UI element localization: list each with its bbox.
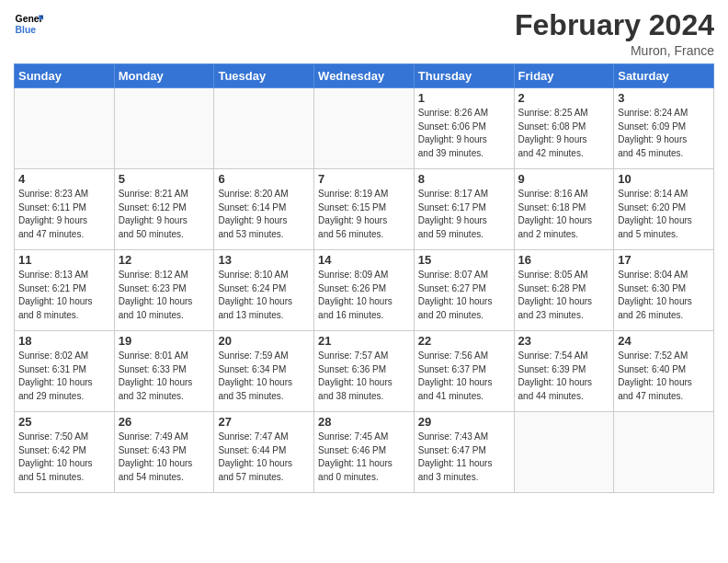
day-info: Sunrise: 8:17 AM Sunset: 6:17 PM Dayligh… bbox=[418, 188, 510, 241]
day-cell bbox=[514, 412, 614, 493]
day-number: 27 bbox=[218, 415, 310, 429]
day-cell: 9Sunrise: 8:16 AM Sunset: 6:18 PM Daylig… bbox=[514, 169, 614, 250]
day-cell bbox=[314, 88, 415, 169]
day-number: 4 bbox=[18, 172, 110, 186]
day-info: Sunrise: 7:43 AM Sunset: 6:47 PM Dayligh… bbox=[418, 431, 510, 484]
day-number: 7 bbox=[318, 172, 410, 186]
day-number: 6 bbox=[218, 172, 310, 186]
col-friday: Friday bbox=[514, 64, 614, 88]
day-number: 21 bbox=[318, 334, 410, 348]
page: General Blue February 2024 Muron, France… bbox=[0, 0, 728, 563]
day-number: 25 bbox=[18, 415, 110, 429]
title-block: February 2024 Muron, France bbox=[515, 9, 714, 58]
day-cell: 7Sunrise: 8:19 AM Sunset: 6:15 PM Daylig… bbox=[314, 169, 415, 250]
week-row-3: 11Sunrise: 8:13 AM Sunset: 6:21 PM Dayli… bbox=[15, 250, 714, 331]
day-number: 24 bbox=[618, 334, 710, 348]
day-info: Sunrise: 7:56 AM Sunset: 6:37 PM Dayligh… bbox=[418, 350, 510, 403]
day-cell: 6Sunrise: 8:20 AM Sunset: 6:14 PM Daylig… bbox=[214, 169, 314, 250]
day-info: Sunrise: 7:57 AM Sunset: 6:36 PM Dayligh… bbox=[318, 350, 410, 403]
day-number: 2 bbox=[518, 91, 610, 105]
day-info: Sunrise: 8:16 AM Sunset: 6:18 PM Dayligh… bbox=[518, 188, 610, 241]
day-number: 17 bbox=[618, 253, 710, 267]
week-row-5: 25Sunrise: 7:50 AM Sunset: 6:42 PM Dayli… bbox=[15, 412, 714, 493]
day-cell bbox=[214, 88, 314, 169]
day-number: 1 bbox=[418, 91, 510, 105]
day-cell: 27Sunrise: 7:47 AM Sunset: 6:44 PM Dayli… bbox=[214, 412, 314, 493]
day-number: 16 bbox=[518, 253, 610, 267]
col-wednesday: Wednesday bbox=[314, 64, 415, 88]
header: General Blue February 2024 Muron, France bbox=[14, 9, 714, 58]
day-info: Sunrise: 7:54 AM Sunset: 6:39 PM Dayligh… bbox=[518, 350, 610, 403]
day-info: Sunrise: 8:04 AM Sunset: 6:30 PM Dayligh… bbox=[618, 269, 710, 322]
day-cell: 28Sunrise: 7:45 AM Sunset: 6:46 PM Dayli… bbox=[314, 412, 415, 493]
col-tuesday: Tuesday bbox=[214, 64, 314, 88]
day-cell: 17Sunrise: 8:04 AM Sunset: 6:30 PM Dayli… bbox=[614, 250, 714, 331]
day-cell: 15Sunrise: 8:07 AM Sunset: 6:27 PM Dayli… bbox=[414, 250, 514, 331]
day-cell: 20Sunrise: 7:59 AM Sunset: 6:34 PM Dayli… bbox=[214, 331, 314, 412]
day-number: 19 bbox=[119, 334, 210, 348]
day-cell: 1Sunrise: 8:26 AM Sunset: 6:06 PM Daylig… bbox=[414, 88, 514, 169]
col-monday: Monday bbox=[114, 64, 214, 88]
month-year-title: February 2024 bbox=[515, 9, 714, 41]
day-cell: 10Sunrise: 8:14 AM Sunset: 6:20 PM Dayli… bbox=[614, 169, 714, 250]
week-row-2: 4Sunrise: 8:23 AM Sunset: 6:11 PM Daylig… bbox=[15, 169, 714, 250]
day-number: 29 bbox=[418, 415, 510, 429]
week-row-4: 18Sunrise: 8:02 AM Sunset: 6:31 PM Dayli… bbox=[15, 331, 714, 412]
day-number: 26 bbox=[119, 415, 210, 429]
day-cell: 16Sunrise: 8:05 AM Sunset: 6:28 PM Dayli… bbox=[514, 250, 614, 331]
day-number: 5 bbox=[119, 172, 210, 186]
day-cell: 26Sunrise: 7:49 AM Sunset: 6:43 PM Dayli… bbox=[114, 412, 214, 493]
day-info: Sunrise: 8:07 AM Sunset: 6:27 PM Dayligh… bbox=[418, 269, 510, 322]
day-info: Sunrise: 8:01 AM Sunset: 6:33 PM Dayligh… bbox=[119, 350, 210, 403]
header-row: Sunday Monday Tuesday Wednesday Thursday… bbox=[15, 64, 714, 88]
day-cell: 14Sunrise: 8:09 AM Sunset: 6:26 PM Dayli… bbox=[314, 250, 415, 331]
day-cell bbox=[114, 88, 214, 169]
day-info: Sunrise: 8:13 AM Sunset: 6:21 PM Dayligh… bbox=[18, 269, 110, 322]
day-cell: 18Sunrise: 8:02 AM Sunset: 6:31 PM Dayli… bbox=[15, 331, 115, 412]
day-cell bbox=[15, 88, 115, 169]
day-cell: 13Sunrise: 8:10 AM Sunset: 6:24 PM Dayli… bbox=[214, 250, 314, 331]
col-thursday: Thursday bbox=[414, 64, 514, 88]
day-info: Sunrise: 8:19 AM Sunset: 6:15 PM Dayligh… bbox=[318, 188, 410, 241]
day-info: Sunrise: 8:21 AM Sunset: 6:12 PM Dayligh… bbox=[119, 188, 210, 241]
day-cell: 19Sunrise: 8:01 AM Sunset: 6:33 PM Dayli… bbox=[114, 331, 214, 412]
day-info: Sunrise: 8:05 AM Sunset: 6:28 PM Dayligh… bbox=[518, 269, 610, 322]
day-info: Sunrise: 7:52 AM Sunset: 6:40 PM Dayligh… bbox=[618, 350, 710, 403]
day-number: 11 bbox=[18, 253, 110, 267]
day-info: Sunrise: 8:25 AM Sunset: 6:08 PM Dayligh… bbox=[518, 107, 610, 160]
day-number: 12 bbox=[119, 253, 210, 267]
day-info: Sunrise: 7:45 AM Sunset: 6:46 PM Dayligh… bbox=[318, 431, 410, 484]
day-info: Sunrise: 8:10 AM Sunset: 6:24 PM Dayligh… bbox=[218, 269, 310, 322]
day-info: Sunrise: 7:47 AM Sunset: 6:44 PM Dayligh… bbox=[218, 431, 310, 484]
day-info: Sunrise: 8:26 AM Sunset: 6:06 PM Dayligh… bbox=[418, 107, 510, 160]
day-cell: 25Sunrise: 7:50 AM Sunset: 6:42 PM Dayli… bbox=[15, 412, 115, 493]
day-cell: 8Sunrise: 8:17 AM Sunset: 6:17 PM Daylig… bbox=[414, 169, 514, 250]
day-number: 18 bbox=[18, 334, 110, 348]
svg-text:Blue: Blue bbox=[16, 25, 37, 35]
day-info: Sunrise: 8:12 AM Sunset: 6:23 PM Dayligh… bbox=[119, 269, 210, 322]
day-cell: 3Sunrise: 8:24 AM Sunset: 6:09 PM Daylig… bbox=[614, 88, 714, 169]
logo: General Blue bbox=[14, 9, 43, 39]
day-cell: 29Sunrise: 7:43 AM Sunset: 6:47 PM Dayli… bbox=[414, 412, 514, 493]
day-cell: 22Sunrise: 7:56 AM Sunset: 6:37 PM Dayli… bbox=[414, 331, 514, 412]
day-number: 15 bbox=[418, 253, 510, 267]
day-cell: 21Sunrise: 7:57 AM Sunset: 6:36 PM Dayli… bbox=[314, 331, 415, 412]
day-number: 14 bbox=[318, 253, 410, 267]
day-info: Sunrise: 8:09 AM Sunset: 6:26 PM Dayligh… bbox=[318, 269, 410, 322]
day-cell bbox=[614, 412, 714, 493]
week-row-1: 1Sunrise: 8:26 AM Sunset: 6:06 PM Daylig… bbox=[15, 88, 714, 169]
location-label: Muron, France bbox=[515, 43, 714, 58]
calendar-table: Sunday Monday Tuesday Wednesday Thursday… bbox=[14, 63, 714, 493]
day-number: 8 bbox=[418, 172, 510, 186]
day-number: 22 bbox=[418, 334, 510, 348]
day-number: 23 bbox=[518, 334, 610, 348]
day-info: Sunrise: 8:24 AM Sunset: 6:09 PM Dayligh… bbox=[618, 107, 710, 160]
day-number: 13 bbox=[218, 253, 310, 267]
day-info: Sunrise: 8:23 AM Sunset: 6:11 PM Dayligh… bbox=[18, 188, 110, 241]
day-info: Sunrise: 8:02 AM Sunset: 6:31 PM Dayligh… bbox=[18, 350, 110, 403]
day-number: 28 bbox=[318, 415, 410, 429]
col-saturday: Saturday bbox=[614, 64, 714, 88]
day-number: 10 bbox=[618, 172, 710, 186]
logo-icon: General Blue bbox=[14, 9, 43, 39]
day-info: Sunrise: 8:14 AM Sunset: 6:20 PM Dayligh… bbox=[618, 188, 710, 241]
